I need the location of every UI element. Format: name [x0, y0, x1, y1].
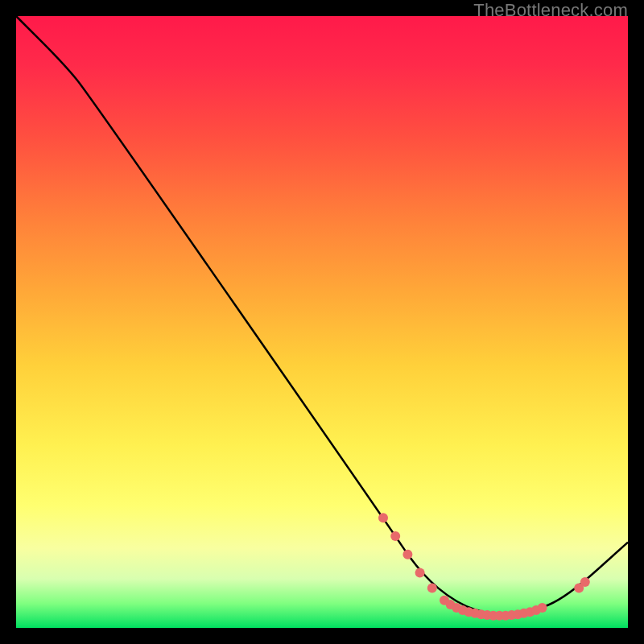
data-marker — [427, 584, 437, 593]
chart-svg — [16, 16, 628, 628]
plot-area — [16, 16, 628, 628]
data-marker — [402, 550, 412, 559]
bottleneck-curve-path — [16, 16, 628, 614]
data-marker — [415, 568, 425, 578]
chart-container: TheBottleneck.com — [0, 0, 644, 644]
watermark-text: TheBottleneck.com — [473, 0, 628, 21]
marker-layer — [378, 513, 590, 621]
data-marker — [378, 513, 388, 522]
data-marker — [390, 531, 400, 541]
data-marker — [538, 603, 547, 613]
line-layer — [16, 16, 628, 614]
data-marker — [580, 577, 590, 587]
